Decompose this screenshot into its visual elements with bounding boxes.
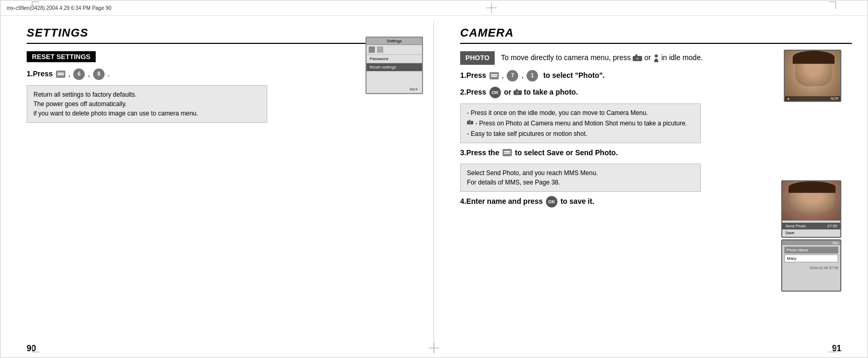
reset-info-line3: if you want to delete photo image can us… [33,109,260,118]
entry-screen-date: 2004.02.06 07:55 [782,265,840,270]
send-photo-hair [789,181,836,193]
camera-step3: 3.Press the to select Save or Send Photo… [460,147,852,158]
num8-icon: 8 [93,68,105,80]
corner-br [829,345,836,352]
settings-screen-mockup: Settings Password Reset settings Back [366,37,423,94]
settings-title: SETTINGS [27,26,418,40]
menu-icon-1 [56,71,65,78]
svg-point-3 [655,54,658,57]
intro-text: To move directly to camera menu, press [501,52,631,63]
screen1-status-text: NOR [830,97,839,100]
reset-settings-label: RESET SETTINGS [27,51,96,62]
step4-label: 4.Enter name and press [460,196,543,207]
step2-info-line2: - Press on Photo at Camera menu and Moti… [475,119,687,128]
camera-step1-label: 1.Press [460,71,486,79]
camera-title: CAMERA [460,26,852,40]
header-bar: mx-c99en(0428) 2004.4.29 6:34 PM Page 90 [1,1,867,16]
step2-info-line3: - Easy to take self picutures or motion … [467,130,587,137]
entry-screen-keyboard-hint: Abc [782,240,840,245]
photo-hair [793,51,835,64]
step2-info-row1: - Press it once on the idle mode, you ca… [467,108,694,118]
ok-icon-2: OK [546,196,557,207]
menu-item-send-photo: Send Photo 07:55 [782,223,840,229]
left-column: SETTINGS RESET SETTINGS 1.Press , 6 , 8 … [1,21,434,352]
step3-end: to select Save or Send Photo. [515,147,618,158]
crosshair-top [486,3,497,13]
settings-icon1 [369,47,375,53]
settings-screen-header: Settings [367,38,422,45]
camera-step1-end: to select "Photo". [543,71,605,79]
menu-item-send-time: 07:55 [827,224,837,228]
photo-label: PHOTO [460,51,495,65]
screen1-bottom: Back [785,101,840,102]
svg-rect-6 [516,89,518,91]
settings-icons-row [367,45,422,55]
menu-icon-3 [502,149,512,156]
camera-icon-bullet [467,120,473,125]
step3-info-line1: Select Send Photo, and you reach MMS Men… [467,168,694,178]
idle-icon [653,54,659,62]
step2-info-row3: - Easy to take self picutures or motion … [467,129,694,138]
svg-rect-9 [469,120,470,121]
entry-screen-label: Photo Name [784,247,838,253]
step2-info-box: - Press it once on the idle mode, you ca… [460,103,701,143]
screen-photo-face-1 [785,51,840,101]
step3-info-line2: For details of MMS, see Page 38. [467,178,694,187]
svg-rect-2 [635,54,637,56]
corner-bl [32,345,39,352]
step3-label: 3.Press the [460,147,499,158]
num6-icon: 6 [73,68,85,80]
settings-item-reset: Reset settings [367,63,422,72]
step2-or: or [504,87,511,98]
phone-screen-3: Abc Photo Name Mary 2004.02.06 07:55 Opt… [781,239,841,292]
step2-end: to take a photo. [524,87,578,98]
step2-info-row2: - Press on Photo at Camera menu and Moti… [467,119,694,128]
entry-screen: Abc Photo Name Mary 2004.02.06 07:55 [782,240,840,291]
menu-item-save-label: Save [785,230,794,235]
svg-point-1 [636,56,639,60]
screen1-status: ◄ NOR [785,96,840,101]
phone-screen-1: ◄ NOR Back [784,50,841,102]
send-photo-image [782,181,840,221]
settings-screen-back: Back [407,86,420,92]
header-meta: mx-c99en(0428) 2004.4.29 6:34 PM Page 90 [7,5,111,11]
settings-icon2 [377,47,383,53]
send-photo-menu: Send Photo 07:55 Save [782,221,840,238]
num1-icon: 1 [527,70,538,82]
svg-point-8 [469,121,472,124]
intro-or: or [644,52,650,63]
entry-screen-value: Mary [784,255,838,262]
num7-icon: 7 [507,70,518,82]
camera-icon-1 [633,54,642,62]
crosshair-bottom [429,343,439,353]
reset-info-box: Return all settings to factory defaults.… [27,85,267,123]
send-photo-face [782,181,840,221]
camera-divider [460,43,852,44]
camera-icon-2 [513,89,522,96]
step4-end: to save it. [561,196,595,207]
settings-item-password: Password [367,55,422,63]
step2-info-line1: - Press it once on the idle mode, you ca… [467,108,648,118]
main-content: SETTINGS RESET SETTINGS 1.Press , 6 , 8 … [1,16,867,357]
ok-icon: OK [489,87,501,98]
step3-info-box: Select Send Photo, and you reach MMS Men… [460,164,701,192]
menu-item-send-label: Send Photo [785,224,806,228]
corner-tr [829,2,836,9]
reset-info-line1: Return all settings to factory defaults. [33,90,260,99]
reset-info-line2: The power goes off automatically. [33,99,260,109]
right-column: CAMERA PHOTO To move directly to camera … [434,21,867,352]
step1-label: 1.Press [27,70,53,78]
screen1-vol-icon: ◄ [786,97,790,100]
settings-step1: 1.Press , 6 , 8 . [27,68,418,80]
page-container: mx-c99en(0428) 2004.4.29 6:34 PM Page 90… [0,0,868,358]
menu-icon-2 [489,72,499,79]
intro-end: in idle mode. [661,52,703,63]
phone-screen-2: Send Photo 07:55 Save Options Back [781,180,841,238]
corner-tl [32,2,39,9]
step2-label: 2.Press [460,87,486,98]
settings-divider [27,43,418,44]
svg-point-5 [516,91,519,95]
menu-item-save: Save [782,229,840,236]
